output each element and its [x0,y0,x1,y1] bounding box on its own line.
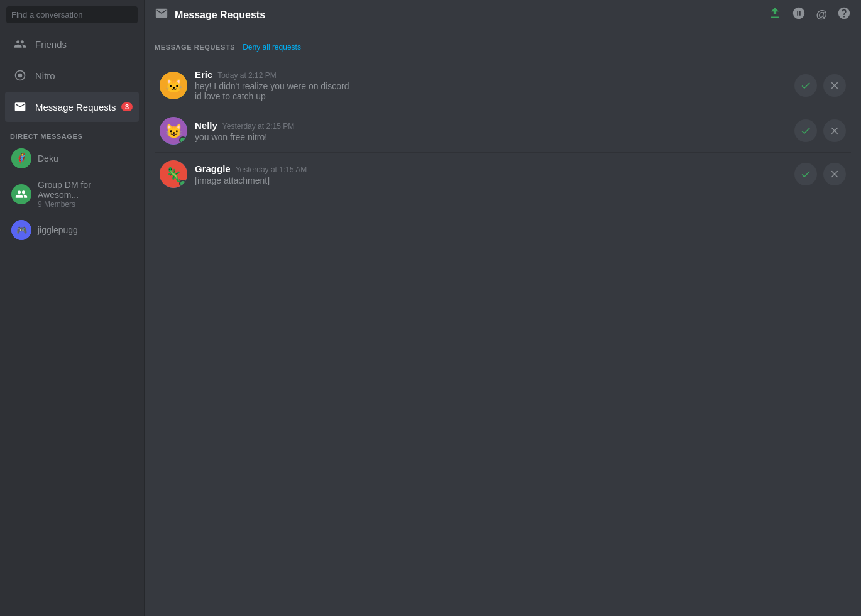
svg-text:🦸: 🦸 [15,152,28,164]
direct-messages-header: DIRECT MESSAGES [0,123,144,143]
topbar-title: Message Requests [175,9,265,21]
svg-point-1 [18,74,23,78]
dm-group-sub: 9 Members [38,200,133,209]
dm-deku-name: Deku [38,153,58,163]
avatar-nelly: 😺 [160,117,187,145]
online-dot-nelly [179,136,187,144]
svg-text:🐱: 🐱 [165,77,183,94]
deny-all-link[interactable]: Deny all requests [243,43,301,52]
svg-text:🎮: 🎮 [16,225,28,236]
request-actions-eric [794,74,846,97]
request-name-eric: Eric [195,69,212,80]
avatar-deku: 🦸 [11,148,31,168]
dm-item-jigglepugg[interactable]: 🎮 jigglepugg [5,215,139,245]
friends-icon [11,35,29,53]
dm-item-group[interactable]: Group DM for Awesom... 9 Members [5,175,139,214]
help-icon[interactable] [837,6,851,23]
dm-jigglepugg-name: jigglepugg [38,225,78,235]
request-actions-graggle [794,163,846,185]
topbar: Message Requests @ [145,0,861,30]
topbar-left: Message Requests [155,6,265,23]
online-dot-graggle [179,180,187,187]
main-content: Message Requests @ MESSA [145,0,861,616]
accept-nelly-button[interactable] [794,119,817,142]
section-label: MESSAGE REQUESTS [155,43,235,51]
request-time-nelly: Yesterday at 2:15 PM [222,122,294,131]
request-row-graggle: 🦎 Graggle Yesterday at 1:15 AM [image at… [155,153,851,195]
content-area: MESSAGE REQUESTS Deny all requests 🐱 Eri… [145,30,861,616]
download-icon[interactable] [768,6,782,23]
request-name-row-eric: Eric Today at 2:12 PM [195,69,794,80]
accept-graggle-button[interactable] [794,163,817,185]
dm-jigglepugg-info: jigglepugg [38,225,78,235]
deny-nelly-button[interactable] [823,119,846,142]
request-message-nelly: you won free nitro! [195,132,794,142]
request-message-eric: hey! I didn't realize you were on discor… [195,81,794,101]
sidebar-item-nitro[interactable]: Nitro [5,60,139,91]
request-actions-nelly [794,119,846,142]
request-name-graggle: Graggle [195,163,231,174]
request-row-eric: 🐱 Eric Today at 2:12 PM hey! I didn't re… [155,62,851,109]
message-requests-badge: 3 [121,102,133,111]
request-info-nelly: Nelly Yesterday at 2:15 PM you won free … [195,120,794,142]
message-requests-label: Message Requests [35,102,116,113]
content-header: MESSAGE REQUESTS Deny all requests [155,43,851,52]
topbar-mail-icon [155,6,168,23]
accept-eric-button[interactable] [794,74,817,97]
request-time-eric: Today at 2:12 PM [217,71,276,80]
nitro-icon [11,67,29,84]
request-name-row-graggle: Graggle Yesterday at 1:15 AM [195,163,794,174]
friends-label: Friends [35,39,67,50]
mention-icon[interactable] [792,6,806,23]
topbar-right: @ [768,6,851,23]
request-message-graggle: [image attachment] [195,175,794,185]
request-name-nelly: Nelly [195,120,217,131]
avatar-group [11,184,31,204]
at-icon[interactable]: @ [816,8,827,21]
search-input[interactable] [11,10,133,19]
dm-deku-info: Deku [38,153,58,163]
search-bar[interactable] [6,6,138,23]
deny-eric-button[interactable] [823,74,846,97]
request-name-row-nelly: Nelly Yesterday at 2:15 PM [195,120,794,131]
dm-group-info: Group DM for Awesom... 9 Members [38,180,133,209]
avatar-eric: 🐱 [160,72,187,99]
request-info-graggle: Graggle Yesterday at 1:15 AM [image atta… [195,163,794,185]
avatar-graggle: 🦎 [160,160,187,188]
avatar-jigglepugg: 🎮 [11,220,31,240]
request-row-nelly: 😺 Nelly Yesterday at 2:15 PM you won fre… [155,109,851,153]
dm-group-name: Group DM for Awesom... [38,180,133,200]
sidebar-item-friends[interactable]: Friends [5,29,139,59]
message-requests-icon [11,98,29,116]
sidebar-item-message-requests[interactable]: Message Requests 3 [5,92,139,122]
request-info-eric: Eric Today at 2:12 PM hey! I didn't real… [195,69,794,101]
dm-item-deku[interactable]: 🦸 Deku [5,143,139,173]
deny-graggle-button[interactable] [823,163,846,185]
request-time-graggle: Yesterday at 1:15 AM [236,165,307,174]
sidebar: Friends Nitro Message Requests 3 DIRECT … [0,0,145,616]
nitro-label: Nitro [35,70,55,81]
